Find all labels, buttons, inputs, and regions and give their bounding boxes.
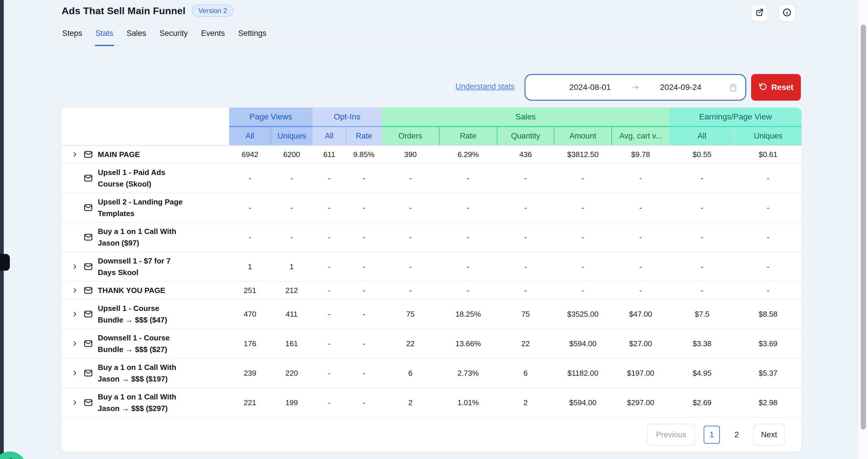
stat-cell: - xyxy=(312,282,346,299)
tab-settings[interactable]: Settings xyxy=(238,27,267,46)
page-header: Ads That Sell Main Funnel Version 2 xyxy=(62,5,234,17)
expand-chevron-icon[interactable] xyxy=(71,310,79,318)
stat-cell: - xyxy=(346,222,382,252)
stat-cell: 6.29% xyxy=(439,145,497,163)
stat-cell: - xyxy=(382,222,439,252)
mail-icon xyxy=(84,339,93,348)
expand-chevron-icon[interactable] xyxy=(71,287,79,294)
chevron-left-icon xyxy=(5,457,15,459)
funnel-step-label: Downsell 1 - Course Bundle → $$$ ($27) xyxy=(98,332,170,355)
tab-steps[interactable]: Steps xyxy=(62,27,83,46)
col-page-views-all[interactable]: All xyxy=(229,126,271,145)
group-earnings-page-view: Earnings/Page View xyxy=(670,107,802,126)
group-sales: Sales xyxy=(382,107,670,126)
stat-cell: - xyxy=(735,222,802,252)
funnel-step-label: Downsell 1 - $7 for 7 Days Skool xyxy=(98,255,170,278)
header-group-row: Page Views Opt-Ins Sales Earnings/Page V… xyxy=(61,107,802,126)
col-sales-rate[interactable]: Rate xyxy=(439,126,497,145)
mail-icon xyxy=(84,368,93,378)
table-row: THANK YOU PAGE251212--------- xyxy=(61,282,802,299)
stat-cell: 9.85% xyxy=(346,145,382,163)
sidebar-handle[interactable] xyxy=(0,254,10,271)
funnel-step-cell: Downsell 1 - Course Bundle → $$$ ($27) xyxy=(61,329,229,358)
funnel-step-cell: Buy a 1 on 1 Call With Jason → $$$ ($197… xyxy=(61,358,229,388)
expand-chevron-icon[interactable] xyxy=(71,151,79,158)
stat-cell: - xyxy=(497,282,554,299)
stat-cell: 411 xyxy=(271,299,312,329)
previous-page-button[interactable]: Previous xyxy=(647,424,695,446)
stat-cell: - xyxy=(612,163,670,193)
stat-cell: - xyxy=(346,299,382,329)
tab-bar: Steps Stats Sales Security Events Settin… xyxy=(62,27,802,46)
stat-cell: $5.37 xyxy=(735,358,802,388)
col-sales-amount[interactable]: Amount xyxy=(554,126,612,145)
col-sales-quantity[interactable]: Quantity xyxy=(497,126,554,145)
page-number-2[interactable]: 2 xyxy=(728,426,745,444)
reset-button[interactable]: Reset xyxy=(751,74,801,101)
stat-cell: $197.00 xyxy=(612,358,670,388)
tab-events[interactable]: Events xyxy=(200,27,226,46)
tab-sales[interactable]: Sales xyxy=(126,27,147,46)
next-page-button[interactable]: Next xyxy=(753,424,785,446)
stat-cell: $2.98 xyxy=(735,388,802,417)
date-start-value[interactable]: 2024-08-01 xyxy=(569,83,611,92)
header-blank-cell xyxy=(61,126,229,145)
stat-cell: - xyxy=(670,193,735,222)
stat-cell: - xyxy=(612,282,670,299)
open-external-button[interactable] xyxy=(751,4,768,22)
stat-cell: $8.58 xyxy=(735,299,802,329)
tab-security[interactable]: Security xyxy=(159,27,188,46)
info-button[interactable] xyxy=(778,4,796,22)
stat-cell: - xyxy=(670,163,735,193)
expand-chevron-icon[interactable] xyxy=(71,399,79,406)
col-page-views-uniques[interactable]: Uniques xyxy=(271,126,312,145)
expand-chevron-placeholder xyxy=(71,174,79,182)
stat-cell: $27.00 xyxy=(612,329,670,358)
stat-cell: - xyxy=(439,282,497,299)
stat-cell: $47.00 xyxy=(612,299,670,329)
stat-cell: 436 xyxy=(497,145,554,163)
chat-widget-button[interactable] xyxy=(0,452,27,459)
stat-cell: - xyxy=(554,193,612,222)
col-opt-ins-all[interactable]: All xyxy=(312,126,346,145)
understand-stats-link[interactable]: Understand stats xyxy=(456,82,515,91)
stat-cell: $3.38 xyxy=(670,329,735,358)
stat-cell: - xyxy=(346,329,382,358)
group-page-views: Page Views xyxy=(229,107,312,126)
calendar-icon xyxy=(728,83,738,92)
expand-chevron-icon[interactable] xyxy=(71,263,79,270)
stat-cell: $3525.00 xyxy=(554,299,612,329)
stat-cell: - xyxy=(497,163,554,193)
stat-cell: - xyxy=(382,193,439,222)
col-earnings-uniques[interactable]: Uniques xyxy=(735,126,802,145)
scrollbar[interactable] xyxy=(858,0,868,459)
mail-icon xyxy=(84,233,93,242)
table-row: Upsell 2 - Landing Page Templates-------… xyxy=(61,193,802,222)
funnel-step-label: MAIN PAGE xyxy=(98,149,140,160)
scrollbar-thumb[interactable] xyxy=(861,25,866,429)
stat-cell: - xyxy=(735,163,802,193)
tab-stats[interactable]: Stats xyxy=(95,27,114,46)
version-badge: Version 2 xyxy=(192,5,234,17)
funnel-step-cell: MAIN PAGE xyxy=(61,145,229,163)
stat-cell: 6 xyxy=(382,358,439,388)
funnel-step-cell: Upsell 2 - Landing Page Templates xyxy=(61,193,229,222)
mail-icon xyxy=(84,286,93,295)
col-earnings-all[interactable]: All xyxy=(670,126,735,145)
page-number-1[interactable]: 1 xyxy=(704,426,720,444)
stat-cell: 2 xyxy=(382,388,439,417)
stat-cell: - xyxy=(382,252,439,282)
date-range-picker[interactable]: 2024-08-01 2024-09-24 xyxy=(525,74,746,101)
col-opt-ins-rate[interactable]: Rate xyxy=(346,126,382,145)
stat-cell: 13.66% xyxy=(439,329,497,358)
table-row: Downsell 1 - Course Bundle → $$$ ($27)17… xyxy=(61,329,802,358)
stat-cell: - xyxy=(346,252,382,282)
expand-chevron-icon[interactable] xyxy=(71,340,79,347)
expand-chevron-icon[interactable] xyxy=(71,369,79,377)
funnel-step-label: Upsell 2 - Landing Page Templates xyxy=(98,196,183,219)
date-end-value[interactable]: 2024-09-24 xyxy=(660,83,701,92)
col-sales-orders[interactable]: Orders xyxy=(382,126,439,145)
stat-cell: 239 xyxy=(229,358,271,388)
col-sales-avg-cart[interactable]: Avg. cart v... xyxy=(612,126,670,145)
stat-cell: - xyxy=(735,252,802,282)
